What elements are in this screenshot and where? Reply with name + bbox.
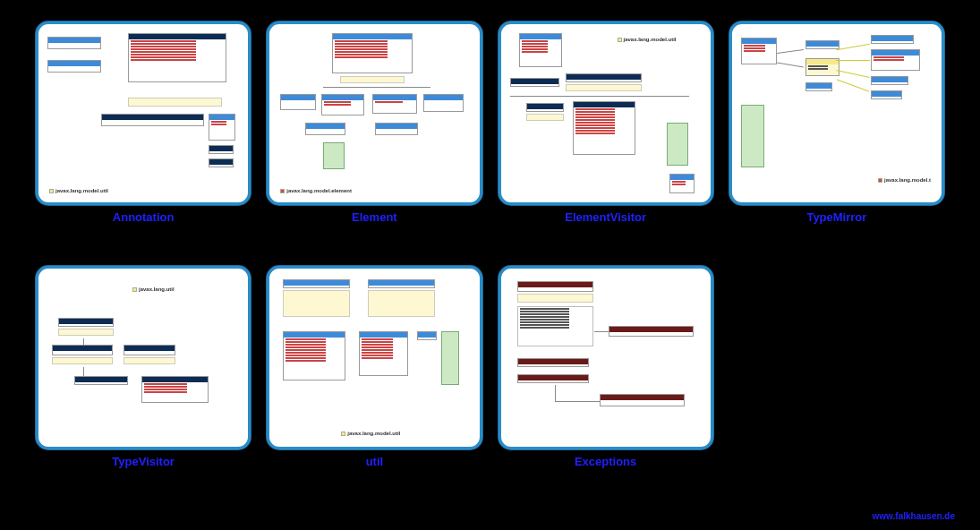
thumbnail-typevisitor[interactable]: javax.lang.util bbox=[36, 266, 251, 449]
thumbnail-exceptions[interactable] bbox=[499, 266, 713, 449]
caption-util: util bbox=[366, 455, 384, 468]
thumbnail-typemirror[interactable]: javax.lang.model.t bbox=[729, 21, 944, 205]
caption-typemirror: TypeMirror bbox=[806, 210, 866, 224]
package-label: javax.lang.model.util bbox=[624, 37, 677, 42]
caption-exceptions: Exceptions bbox=[575, 455, 636, 468]
footer-link[interactable]: www.falkhausen.de bbox=[873, 511, 955, 521]
caption-element: Element bbox=[352, 210, 397, 224]
caption-elementvisitor: ElementVisitor bbox=[565, 210, 646, 224]
thumbnail-elementvisitor[interactable]: javax.lang.model.util bbox=[499, 21, 713, 205]
thumbnail-annotation[interactable]: javax.lang.model.util bbox=[36, 21, 251, 205]
caption-annotation: Annotation bbox=[113, 210, 175, 224]
package-label: javax.lang.model.util bbox=[347, 431, 400, 436]
thumbnail-element[interactable]: javax.lang.model.element bbox=[267, 21, 481, 205]
caption-typevisitor: TypeVisitor bbox=[112, 455, 175, 468]
package-label: javax.lang.model.util bbox=[55, 188, 108, 193]
package-label: javax.lang.model.element bbox=[286, 188, 352, 193]
package-label: javax.lang.model.t bbox=[884, 177, 931, 183]
static-label: javax.lang.util bbox=[139, 286, 175, 292]
thumbnail-util[interactable]: javax.lang.model.util bbox=[267, 266, 481, 449]
